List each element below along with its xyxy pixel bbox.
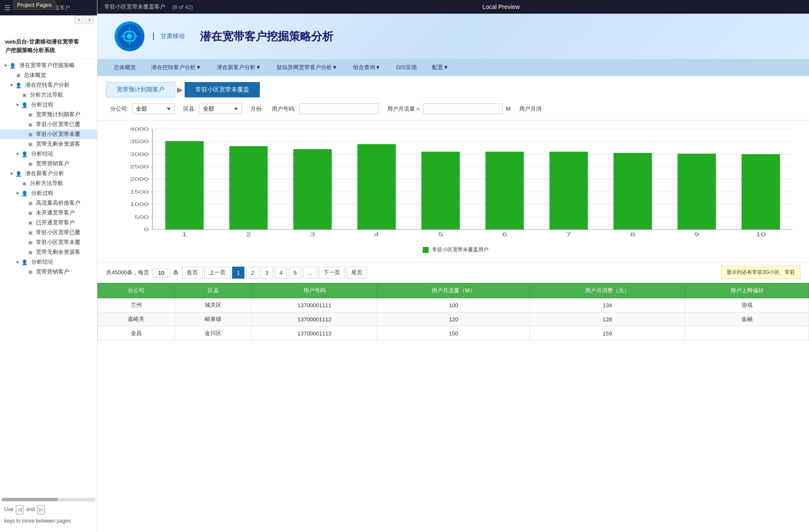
page-btn-首页[interactable]: 首页 (182, 267, 203, 279)
caret-t1[interactable]: ▼ (3, 63, 8, 68)
page-title: 潜在宽带客户挖掘策略分析 (193, 29, 333, 44)
tree-label-t16: 未开通宽带客户 (36, 209, 75, 217)
prev-page-button[interactable]: ‹ (75, 15, 83, 24)
table-row[interactable]: 金昌金川区13700001113150159 (98, 326, 809, 341)
caret-t5[interactable]: ▼ (15, 103, 20, 107)
table-cell: 嘉峪关 (98, 312, 175, 326)
sidebar-item-t15[interactable]: ▣高流量高价值客户 (0, 198, 97, 208)
page-btn-1[interactable]: 1 (232, 267, 244, 279)
breadcrumb-tab-1[interactable]: 宽带预计到期客户 (106, 82, 175, 97)
total-info: 共45000条，每页 (106, 269, 149, 276)
sidebar-item-t4[interactable]: ▣分析方法导航 (0, 90, 97, 100)
sidebar-item-t19[interactable]: ▣常驻小区宽带未覆 (0, 238, 97, 247)
sidebar-item-t20[interactable]: ▣宽带无剩余资源客 (0, 247, 97, 257)
sidebar-item-t13[interactable]: ▣分析方法导航 (0, 179, 97, 188)
doc-icon-t6: ▣ (28, 112, 32, 118)
bar-7[interactable] (614, 153, 652, 229)
chart-legend: 常驻小区宽带未覆盖用户 (110, 244, 800, 258)
company-logo (115, 21, 144, 51)
project-pages-tooltip: Project Pages (13, 0, 56, 10)
nav-item-nav2[interactable]: 潜在挖转客户分析▼ (144, 60, 209, 75)
table-row[interactable]: 兰州城关区13700001111100134游戏 (98, 298, 809, 312)
caret-t3[interactable]: ▼ (9, 83, 14, 88)
nav-item-nav4[interactable]: 疑似异网宽带客户分析▼ (269, 60, 345, 75)
page-btn-2[interactable]: 2 (246, 267, 259, 279)
group-icon-t1: 👤 (9, 63, 16, 69)
bar-3[interactable] (357, 144, 396, 229)
page-btn-5[interactable]: 5 (289, 267, 301, 279)
table-cell: 兰州 (98, 298, 175, 312)
data-table-container: 分公司区县用户号码用户月流量（M）用户月消费（元）用户上网偏好兰州城关区1370… (97, 283, 809, 341)
caret-t14[interactable]: ▼ (15, 191, 20, 196)
district-select[interactable]: 全部 (199, 103, 242, 114)
sidebar-item-t6[interactable]: ▣宽带预计到期客户 (0, 110, 97, 120)
sidebar-nav-arrows: ‹ › (75, 15, 94, 24)
sidebar-scrollbar[interactable] (2, 498, 95, 501)
sidebar-item-t11[interactable]: ▣宽带营销客户 (0, 159, 97, 169)
breadcrumb: 宽带预计到期客户 ▶ 常驻小区宽带未覆盖 (97, 76, 809, 97)
sidebar-item-t7[interactable]: ▣常驻小区宽带已覆 (0, 120, 97, 129)
table-cell: 13700001113 (252, 326, 377, 341)
sidebar-item-t1[interactable]: ▼👤潜在宽带客户挖掘策略 (0, 61, 97, 71)
nav-item-nav6[interactable]: GIS呈现 (388, 60, 424, 75)
page-btn-下一页[interactable]: 下一页 (319, 267, 345, 279)
bar-2[interactable] (293, 149, 332, 229)
sidebar-item-t8[interactable]: ▣常驻小区宽带未覆 (0, 129, 97, 139)
bar-0[interactable] (165, 141, 204, 229)
sidebar-item-t22[interactable]: ▣宽带营销客户 (0, 267, 97, 277)
svg-text:8: 8 (630, 232, 635, 238)
doc-icon-t15: ▣ (28, 200, 32, 206)
sidebar-item-t10[interactable]: ▼👤分析结论 (0, 149, 97, 159)
sidebar-item-t21[interactable]: ▼👤分析结论 (0, 257, 97, 267)
tree-label-t14: 分析过程 (31, 190, 53, 197)
nav-item-nav1[interactable]: 总体概览 (106, 60, 144, 75)
next-page-button[interactable]: › (85, 15, 94, 24)
svg-text:10: 10 (756, 232, 766, 238)
nav-item-nav7[interactable]: 配置▼ (424, 60, 456, 75)
data-table: 分公司区县用户号码用户月流量（M）用户月消费（元）用户上网偏好兰州城关区1370… (97, 283, 809, 341)
sidebar-item-t12[interactable]: ▼👤潜在新客户分析 (0, 169, 97, 179)
menu-icon[interactable]: ☰ (4, 4, 10, 12)
tree-label-t7: 常驻小区宽带已覆 (36, 121, 80, 128)
tree-label-t1: 潜在宽带客户挖掘策略 (19, 62, 75, 69)
page-btn-...[interactable]: ... (303, 267, 317, 279)
nav-item-nav5[interactable]: 组合查询▼ (345, 60, 388, 75)
tree-label-t19: 常驻小区宽带未覆 (36, 239, 80, 246)
caret-t12[interactable]: ▼ (9, 171, 14, 176)
legend-label: 常驻小区宽带未覆盖用户 (432, 246, 488, 253)
sidebar-item-t16[interactable]: ▣未开通宽带客户 (0, 208, 97, 218)
tree-label-t12: 潜在新客户分析 (25, 170, 64, 177)
traffic-input[interactable] (423, 103, 503, 114)
sidebar-item-t5[interactable]: ▼👤分析过程 (0, 100, 97, 110)
caret-t10[interactable]: ▼ (15, 152, 20, 156)
page-size-input[interactable] (153, 268, 170, 277)
bar-6[interactable] (550, 152, 588, 229)
company-select[interactable]: 全部 兰州 嘉峪关 (132, 103, 175, 114)
sidebar-item-t9[interactable]: ▣宽带无剩余资源客 (0, 139, 97, 149)
page-btn-上一页[interactable]: 上一页 (204, 267, 230, 279)
sidebar-item-t18[interactable]: ▣常驻小区宽带已覆 (0, 228, 97, 238)
page-btn-3[interactable]: 3 (261, 267, 273, 279)
sidebar-tree: ▼👤潜在宽带客户挖掘策略▣总体概览▼👤潜在挖转客户分析▣分析方法导航▼👤分析过程… (0, 59, 97, 498)
bar-9[interactable] (741, 154, 780, 229)
nav-item-nav3[interactable]: 潜在新客户分析▼ (209, 60, 269, 75)
bar-4[interactable] (421, 152, 460, 229)
page-btn-4[interactable]: 4 (275, 267, 287, 279)
usercode-input[interactable] (299, 103, 379, 114)
table-cell: 游戏 (685, 298, 809, 312)
sidebar-item-t2[interactable]: ▣总体概览 (0, 71, 97, 80)
bar-8[interactable] (677, 154, 716, 229)
doc-icon-t19: ▣ (28, 240, 32, 245)
breadcrumb-tab-2[interactable]: 常驻小区宽带未覆盖 (185, 82, 260, 97)
bar-1[interactable] (229, 146, 268, 229)
sidebar-item-t3[interactable]: ▼👤潜在挖转客户分析 (0, 80, 97, 90)
page-btn-尾页[interactable]: 尾页 (347, 267, 367, 279)
sidebar-item-t17[interactable]: ▣已开通宽带客户 (0, 218, 97, 228)
table-row[interactable]: 嘉峪关峪泉镇13700001112120128金融 (98, 312, 809, 326)
consume-filter-group: 用户月消 (519, 105, 541, 113)
sidebar-footer: Use ◁ and ▷ keys to move between pages (0, 501, 97, 532)
caret-t21[interactable]: ▼ (15, 260, 20, 265)
sidebar-item-t14[interactable]: ▼👤分析过程 (0, 188, 97, 198)
bar-5[interactable] (485, 152, 524, 229)
legend-color (423, 247, 429, 253)
